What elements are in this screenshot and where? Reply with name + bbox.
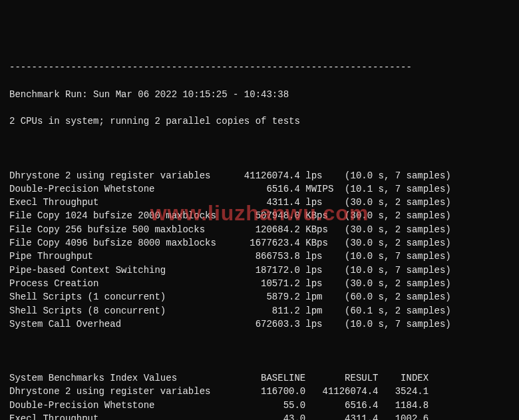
result-row: Double-Precision Whetstone 6516.4 MWIPS … [9,182,510,196]
top-border: ----------------------------------------… [9,61,510,74]
index-header: System Benchmarks Index Values BASELINE … [9,371,510,385]
results-block: Dhrystone 2 using register variables 411… [9,169,510,331]
result-row: System Call Overhead 672603.3 lps (10.0 … [9,317,510,331]
result-row: File Copy 256 bufsize 500 maxblocks 1206… [9,223,510,236]
blank-line [9,142,510,155]
result-row: Pipe Throughput 866753.8 lps (10.0 s, 7 … [9,250,510,263]
result-row: File Copy 1024 bufsize 2000 maxblocks 50… [9,209,510,222]
result-row: File Copy 4096 bufsize 8000 maxblocks 16… [9,236,510,250]
index-block: System Benchmarks Index Values BASELINE … [9,371,510,420]
cpu-line: 2 CPUs in system; running 2 parallel cop… [9,114,510,128]
index-row: Dhrystone 2 using register variables 116… [9,385,510,398]
index-row: Execl Throughput 43.0 4311.4 1002.6 [9,412,510,420]
result-row: Dhrystone 2 using register variables 411… [9,169,510,182]
blank-line [9,344,510,357]
result-row: Shell Scripts (8 concurrent) 811.2 lpm (… [9,304,510,317]
result-row: Execl Throughput 4311.4 lps (30.0 s, 2 s… [9,196,510,209]
result-row: Shell Scripts (1 concurrent) 5879.2 lpm … [9,290,510,304]
index-row: Double-Precision Whetstone 55.0 6516.4 1… [9,399,510,412]
result-row: Process Creation 10571.2 lps (30.0 s, 2 … [9,277,510,290]
run-line: Benchmark Run: Sun Mar 06 2022 10:15:25 … [9,88,510,101]
result-row: Pipe-based Context Switching 187172.0 lp… [9,264,510,277]
